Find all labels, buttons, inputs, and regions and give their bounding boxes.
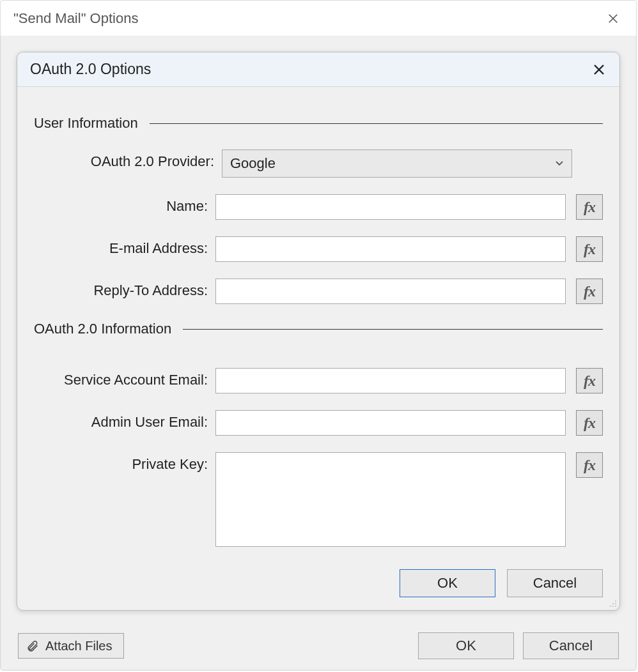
fx-button[interactable]: fx <box>576 452 603 478</box>
divider <box>150 123 603 124</box>
outer-body: OAuth 2.0 Options User Information OAuth… <box>1 36 636 670</box>
fx-icon: fx <box>584 241 595 258</box>
paperclip-icon <box>26 639 39 653</box>
oauth-provider-select[interactable]: Google <box>222 149 572 178</box>
ok-button[interactable]: OK <box>418 632 514 659</box>
svg-point-8 <box>612 606 614 607</box>
fx-button[interactable]: fx <box>576 368 603 393</box>
name-input[interactable] <box>215 194 566 220</box>
inner-titlebar: OAuth 2.0 Options <box>17 52 619 87</box>
fx-button[interactable]: fx <box>576 236 603 262</box>
cancel-button[interactable]: Cancel <box>523 632 619 659</box>
divider <box>183 329 603 330</box>
fx-icon: fx <box>584 415 595 432</box>
row-oauth-provider: OAuth 2.0 Provider: Google <box>34 149 603 178</box>
label-reply-to: Reply-To Address: <box>34 279 215 299</box>
fx-icon: fx <box>584 372 595 390</box>
label-oauth-provider: OAuth 2.0 Provider: <box>34 149 222 170</box>
section-header-user-info: User Information <box>34 115 603 132</box>
label-admin-user: Admin User Email: <box>34 410 215 431</box>
outer-titlebar: "Send Mail" Options <box>1 1 636 36</box>
private-key-input[interactable] <box>215 452 566 547</box>
fx-button[interactable]: fx <box>576 279 603 304</box>
row-private-key: Private Key: fx <box>34 452 603 547</box>
outer-window-title: "Send Mail" Options <box>13 10 600 27</box>
oauth-options-dialog: OAuth 2.0 Options User Information OAuth… <box>17 52 620 611</box>
fx-button[interactable]: fx <box>576 410 603 436</box>
section-label: OAuth 2.0 Information <box>34 321 171 337</box>
attach-files-label: Attach Files <box>45 639 112 653</box>
close-icon[interactable] <box>587 58 611 81</box>
section-label: User Information <box>34 115 138 132</box>
row-admin-user: Admin User Email: fx <box>34 410 603 436</box>
label-name: Name: <box>34 194 215 215</box>
reply-to-input[interactable] <box>215 279 566 304</box>
inner-body: User Information OAuth 2.0 Provider: Goo… <box>17 87 619 610</box>
fx-icon: fx <box>584 283 595 300</box>
svg-point-7 <box>610 606 611 607</box>
fx-icon: fx <box>584 199 595 216</box>
fx-icon: fx <box>584 457 595 474</box>
label-email: E-mail Address: <box>34 236 215 257</box>
row-reply-to: Reply-To Address: fx <box>34 279 603 304</box>
attach-files-button[interactable]: Attach Files <box>18 633 124 659</box>
admin-user-input[interactable] <box>215 410 566 436</box>
svg-point-4 <box>615 600 616 602</box>
close-icon[interactable] <box>600 6 626 31</box>
fx-button[interactable]: fx <box>576 194 603 220</box>
inner-footer: OK Cancel <box>400 569 603 597</box>
svg-point-9 <box>615 606 616 607</box>
chevron-down-icon <box>555 159 564 168</box>
oauth-provider-selected: Google <box>230 155 555 172</box>
cancel-button[interactable]: Cancel <box>507 569 603 597</box>
outer-footer: Attach Files OK Cancel <box>18 632 619 659</box>
inner-window-title: OAuth 2.0 Options <box>30 61 587 78</box>
service-account-input[interactable] <box>215 368 566 393</box>
label-private-key: Private Key: <box>34 452 215 473</box>
row-email: E-mail Address: fx <box>34 236 603 262</box>
send-mail-options-window: "Send Mail" Options OAuth 2.0 Options Us… <box>0 0 637 671</box>
row-name: Name: fx <box>34 194 603 220</box>
section-header-oauth-info: OAuth 2.0 Information <box>34 321 603 337</box>
email-input[interactable] <box>215 236 566 262</box>
svg-point-6 <box>615 603 616 604</box>
svg-point-5 <box>612 603 614 604</box>
ok-button[interactable]: OK <box>400 569 495 597</box>
label-service-account: Service Account Email: <box>34 368 215 388</box>
resize-grip-icon[interactable] <box>607 597 617 607</box>
row-service-account: Service Account Email: fx <box>34 368 603 393</box>
